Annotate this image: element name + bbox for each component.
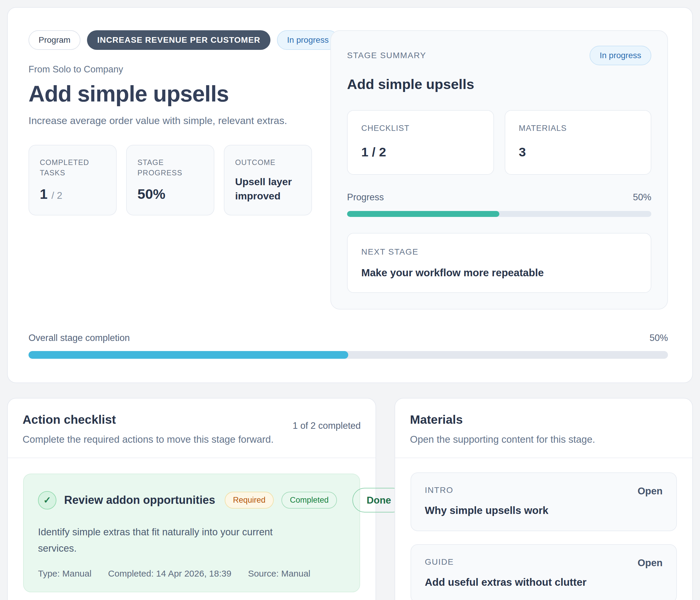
summary-card-value: 3 [519, 145, 638, 159]
summary-card-label: CHECKLIST [361, 124, 480, 133]
material-item-guide[interactable]: GUIDE Add useful extras without clutter … [410, 544, 677, 600]
stat-outcome: OUTCOME Upsell layer improved [224, 145, 312, 215]
overall-completion-percent: 50% [650, 333, 668, 343]
check-icon: ✓ [38, 491, 56, 510]
page-title: Add simple upsells [28, 81, 312, 107]
next-stage-card: NEXT STAGE Make your workflow more repea… [347, 233, 651, 293]
summary-materials-card: MATERIALS 3 [505, 110, 652, 175]
stat-value: Upsell layer improved [235, 175, 301, 203]
stat-value: 1 / 2 [40, 186, 105, 202]
stat-label: COMPLETED TASKS [40, 157, 105, 178]
progress-label: Progress [347, 192, 384, 203]
task-title: Review addon opportunities [64, 494, 215, 506]
stat-completed-tasks: COMPLETED TASKS 1 / 2 [28, 145, 117, 215]
task-description: Identify simple extras that fit naturall… [38, 524, 299, 557]
action-checklist-card: Action checklist Complete the required a… [7, 398, 376, 600]
task-meta-completed-at: Completed: 14 Apr 2026, 18:39 [108, 569, 231, 579]
hero-pill-row: Program INCREASE REVENUE PER CUSTOMER In… [28, 30, 312, 50]
material-item-intro[interactable]: INTRO Why simple upsells work Open [410, 472, 677, 531]
summary-card-value: 1 / 2 [361, 145, 480, 159]
material-kind-label: INTRO [425, 486, 548, 495]
summary-card-label: MATERIALS [519, 124, 638, 133]
stage-summary-panel: STAGE SUMMARY In progress Add simple ups… [330, 30, 668, 310]
next-stage-title: Make your workflow more repeatable [361, 267, 637, 279]
checklist-item-review-addons: ✓ Review addon opportunities Required Co… [23, 474, 360, 592]
materials-card: Materials Open the supporting content fo… [395, 398, 693, 600]
task-meta-type: Type: Manual [38, 569, 92, 579]
checklist-title: Action checklist [23, 413, 274, 427]
checklist-subtitle: Complete the required actions to move th… [23, 434, 274, 445]
progress-percent: 50% [633, 192, 651, 203]
program-name-pill: INCREASE REVENUE PER CUSTOMER [87, 30, 271, 50]
stage-summary-label: STAGE SUMMARY [347, 51, 426, 60]
material-title: Add useful extras without clutter [425, 576, 586, 588]
material-title: Why simple upsells work [425, 504, 548, 516]
completed-badge: Completed [281, 492, 337, 508]
overall-completion-section: Overall stage completion 50% [28, 333, 668, 359]
checklist-counter: 1 of 2 completed [293, 420, 361, 431]
open-link[interactable]: Open [638, 557, 662, 588]
overall-completion-bar-fill [28, 351, 348, 359]
task-meta-source: Source: Manual [248, 569, 310, 579]
stage-summary-title: Add simple upsells [347, 76, 651, 92]
stage-progress-bar-fill [347, 211, 499, 217]
summary-checklist-card: CHECKLIST 1 / 2 [347, 110, 494, 175]
stat-value-suffix: / 2 [51, 190, 62, 201]
stat-value: 50% [138, 186, 203, 202]
materials-subtitle: Open the supporting content for this sta… [410, 434, 595, 445]
stat-label: OUTCOME [235, 157, 301, 168]
materials-title: Materials [410, 413, 595, 427]
stage-hero-card: Program INCREASE REVENUE PER CUSTOMER In… [7, 7, 693, 383]
overall-completion-bar [28, 351, 668, 359]
stat-row: COMPLETED TASKS 1 / 2 STAGE PROGRESS 50%… [28, 145, 312, 215]
stage-summary-status-badge: In progress [590, 46, 651, 65]
stat-stage-progress: STAGE PROGRESS 50% [126, 145, 214, 215]
required-badge: Required [225, 492, 274, 508]
program-subtitle: From Solo to Company [28, 64, 312, 75]
open-link[interactable]: Open [638, 486, 662, 516]
stage-progress-bar [347, 211, 651, 217]
stage-description: Increase average order value with simple… [28, 115, 312, 126]
program-type-pill: Program [28, 30, 80, 50]
stage-status-badge: In progress [277, 30, 339, 50]
overall-completion-label: Overall stage completion [28, 333, 130, 343]
next-stage-label: NEXT STAGE [361, 247, 637, 257]
stat-label: STAGE PROGRESS [138, 157, 203, 178]
material-kind-label: GUIDE [425, 557, 586, 567]
